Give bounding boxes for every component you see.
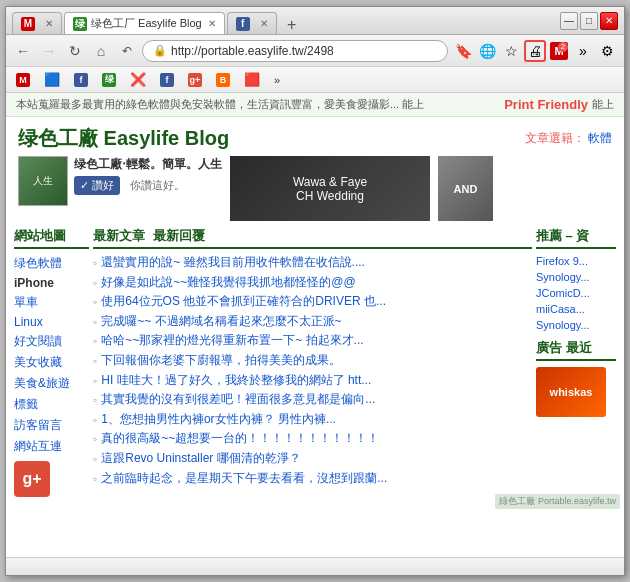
toolbar-icons-group: 🔖 🌐 ☆ 🖨 M 2 » ⚙ — [452, 40, 618, 62]
sitemap-item-links[interactable]: 網站互連 — [14, 436, 89, 457]
tab-close-gmail[interactable]: ✕ — [45, 18, 53, 29]
bookmark-item2[interactable]: ❌ — [126, 70, 150, 89]
rec-item[interactable]: JComicD... — [536, 285, 616, 301]
more-button[interactable]: » — [572, 40, 594, 62]
list-item: ◦ 其實我覺的沒有到很差吧！裡面很多意見都是偏向... — [93, 390, 532, 410]
print-icon[interactable]: 🖨 — [524, 40, 546, 62]
list-item: ◦ 哈哈~~那家裡的燈光得重新布置一下~ 拍起來才... — [93, 331, 532, 351]
articles-headers: 最新文章 最新回覆 — [93, 227, 532, 249]
bookmark-icon1: 🟦 — [44, 72, 60, 87]
article-link[interactable]: 之前臨時起念，是星期天下午要去看看，沒想到跟蘭... — [101, 471, 532, 487]
maximize-button[interactable]: □ — [580, 12, 598, 30]
watermark: 綠色工廠 Portable.easylife.tw — [495, 494, 620, 509]
bookmark-green[interactable]: 绿 — [98, 71, 120, 89]
home-button[interactable]: ⌂ — [90, 40, 112, 62]
article-link[interactable]: 1、您想抽男性內褲or女性內褲？ 男性內褲... — [101, 412, 532, 428]
list-item: ◦ 真的很高級~~超想要一台的！！！！！！！！！！！ — [93, 429, 532, 449]
sitemap-item-girls[interactable]: 美女收藏 — [14, 352, 89, 373]
bullet-icon: ◦ — [93, 472, 97, 486]
sidebar-ads: 廣告 最近 whiskas — [536, 339, 616, 417]
close-button[interactable]: ✕ — [600, 12, 618, 30]
sitemap-item-guestbook[interactable]: 訪客留言 — [14, 415, 89, 436]
bullet-icon: ◦ — [93, 295, 97, 309]
bookmark-gplus[interactable]: g+ — [184, 71, 206, 89]
article-link[interactable]: 好像是如此說~~難怪我覺得我抓地都怪怪的@@ — [101, 275, 532, 291]
rec-item[interactable]: Firefox 9... — [536, 253, 616, 269]
tab-bar: M ✕ 绿 绿色工厂 Easylife Blog ✕ f ✕ + — [12, 7, 556, 34]
like-button[interactable]: ✓ 讚好 — [74, 176, 120, 195]
article-link[interactable]: 其實我覺的沒有到很差吧！裡面很多意見都是偏向... — [101, 392, 532, 408]
article-link[interactable]: 還蠻實用的說~ 雖然我目前用收件軟體在收信說.... — [101, 255, 532, 271]
bookmark-icon[interactable]: 🔖 — [452, 40, 474, 62]
category-label: 文章選籍： — [525, 131, 585, 145]
globe-icon[interactable]: 🌐 — [476, 40, 498, 62]
tab-facebook[interactable]: f ✕ — [227, 12, 277, 34]
rec-item[interactable]: Synology... — [536, 317, 616, 333]
article-link[interactable]: 使用64位元OS 他並不會抓到正確符合的DRIVER 也... — [101, 294, 532, 310]
whiskas-ad[interactable]: whiskas — [536, 367, 606, 417]
rec-item[interactable]: Synology... — [536, 269, 616, 285]
reload-button[interactable]: ↻ — [64, 40, 86, 62]
back-button[interactable]: ← — [12, 40, 34, 62]
list-item: ◦ 下回報個你老婆下廚報導，拍得美美的成果。 — [93, 351, 532, 371]
address-bar[interactable]: 🔒 — [142, 40, 448, 62]
article-link[interactable]: 這跟Revo Uninstaller 哪個清的乾淨？ — [101, 451, 532, 467]
facebook-bookmark-icon: f — [74, 73, 88, 87]
bookmark-icon2: ❌ — [130, 72, 146, 87]
tab-gmail[interactable]: M ✕ — [12, 12, 62, 34]
sitemap-item-iphone[interactable]: iPhone — [14, 274, 89, 292]
article-link[interactable]: 下回報個你老婆下廚報導，拍得美美的成果。 — [101, 353, 532, 369]
sitemap-item-reading[interactable]: 好文閱讀 — [14, 331, 89, 352]
settings-icon[interactable]: ⚙ — [596, 40, 618, 62]
title-bar: M ✕ 绿 绿色工厂 Easylife Blog ✕ f ✕ + — □ ✕ — [6, 7, 624, 35]
bookmark-item1[interactable]: 🟦 — [40, 70, 64, 89]
info-banner: 本站蒐羅最多最實用的綠色軟體與免安裝軟體，生活資訊豐富，愛美食愛攝影... 能上… — [6, 93, 624, 117]
print-friendly-label[interactable]: Print Friendly — [504, 97, 588, 112]
tab-blog[interactable]: 绿 绿色工厂 Easylife Blog ✕ — [64, 12, 225, 34]
sitemap-item-food[interactable]: 美食&旅遊 — [14, 373, 89, 394]
blog-title: 绿色工廠 Easylife Blog — [18, 125, 229, 152]
recs-items: Firefox 9... Synology... JComicD... miiC… — [536, 253, 616, 333]
mail-icon[interactable]: M 2 — [548, 40, 570, 62]
sitemap-item-software[interactable]: 绿色軟體 — [14, 253, 89, 274]
tab-close-facebook[interactable]: ✕ — [260, 18, 268, 29]
forward-button[interactable]: → — [38, 40, 60, 62]
new-tab-button[interactable]: + — [281, 16, 303, 34]
google-plus-icon[interactable]: g+ — [14, 461, 50, 497]
article-link[interactable]: 完成囉~~ 不過網域名稱看起來怎麼不太正派~ — [101, 314, 532, 330]
main-content-grid: 網站地圖 绿色軟體 iPhone 單車 Linux 好文閱讀 美女收藏 美食&旅… — [6, 227, 624, 497]
undo-button[interactable]: ↶ — [116, 40, 138, 62]
gmail-icon: M — [21, 17, 35, 31]
recs-header: 推薦 – 資 — [536, 227, 616, 249]
minimize-button[interactable]: — — [560, 12, 578, 30]
bookmark-facebook[interactable]: f — [70, 71, 92, 89]
avatar: 人生 — [18, 156, 68, 206]
green-bookmark-icon: 绿 — [102, 73, 116, 87]
bookmark-item3[interactable]: f — [156, 71, 178, 89]
sitemap-item-bike[interactable]: 單車 — [14, 292, 89, 313]
sitemap-item-tags[interactable]: 標籤 — [14, 394, 89, 415]
star-icon[interactable]: ☆ — [500, 40, 522, 62]
bookmark-gmail[interactable]: M — [12, 71, 34, 89]
article-link[interactable]: 哈哈~~那家裡的燈光得重新布置一下~ 拍起來才... — [101, 333, 532, 349]
list-item: ◦ 完成囉~~ 不過網域名稱看起來怎麼不太正派~ — [93, 312, 532, 332]
browser-window: M ✕ 绿 绿色工厂 Easylife Blog ✕ f ✕ + — □ ✕ — [5, 6, 625, 576]
rec-item[interactable]: miiCasa... — [536, 301, 616, 317]
article-link[interactable]: 真的很高級~~超想要一台的！！！！！！！！！！！ — [101, 431, 532, 447]
bookmark-item5[interactable]: 🟥 — [240, 70, 264, 89]
bookmark-item4[interactable]: B — [212, 71, 234, 89]
ads-header: 廣告 最近 — [536, 339, 616, 361]
bookmark-icon5: 🟥 — [244, 72, 260, 87]
bookmark-more[interactable]: » — [270, 72, 284, 88]
facebook-tab-icon: f — [236, 17, 250, 31]
list-item: ◦ 好像是如此說~~難怪我覺得我抓地都怪怪的@@ — [93, 273, 532, 293]
bullet-icon: ◦ — [93, 393, 97, 407]
url-input[interactable] — [171, 44, 437, 58]
like-count: 你讚這好。 — [130, 178, 185, 193]
list-item: ◦ 之前臨時起念，是星期天下午要去看看，沒想到跟蘭... — [93, 469, 532, 489]
article-link[interactable]: HI 哇哇大！過了好久，我終於整修我的網站了 htt... — [101, 373, 532, 389]
category-value[interactable]: 軟體 — [588, 131, 612, 145]
gplus-bookmark-icon: g+ — [188, 73, 202, 87]
tab-close-blog[interactable]: ✕ — [208, 18, 216, 29]
sitemap-item-linux[interactable]: Linux — [14, 313, 89, 331]
